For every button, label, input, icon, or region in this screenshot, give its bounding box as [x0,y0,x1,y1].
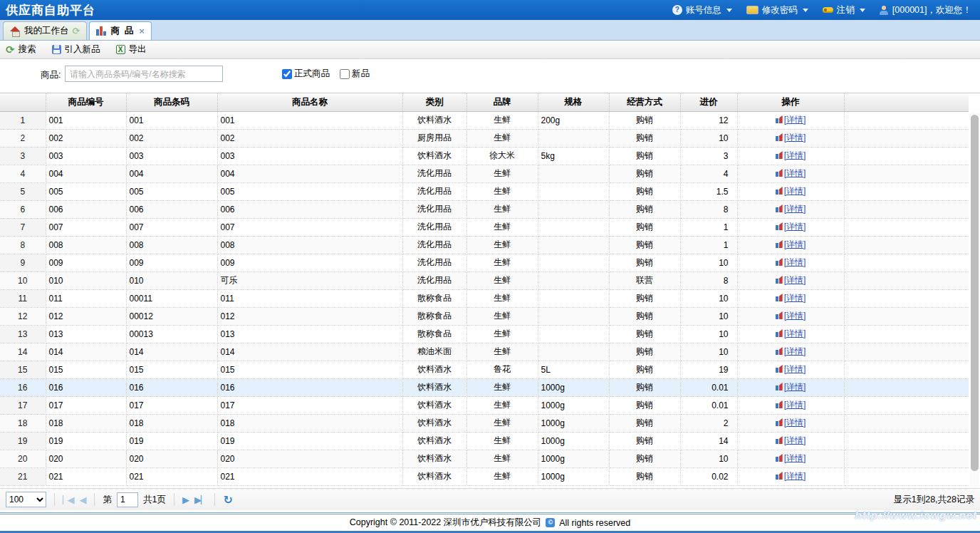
new-product-checkbox-input[interactable] [340,69,350,79]
col-product-code[interactable]: 商品编号 [46,93,126,111]
detail-link[interactable]: [详情] [784,400,806,410]
search-button[interactable]: ⟳ 搜索 [6,43,36,56]
col-mode[interactable]: 经营方式 [609,93,680,111]
pagination-bar: 100 ◀ ◀ 第 共1页 ▶ ▶ ↻ 显示1到28,共28记录 [0,488,980,510]
table-row[interactable]: 18018018018饮料酒水生鲜1000g购销2[详情] [0,414,969,432]
table-row[interactable]: 16016016016饮料酒水生鲜1000g购销0.01[详情] [0,378,969,396]
table-row[interactable]: 1201200012012散称食品生鲜购销10[详情] [0,307,969,325]
detail-link[interactable]: [详情] [784,168,806,178]
spec-cell [538,218,609,236]
row-number-cell: 5 [0,182,46,200]
table-row[interactable]: 8008008008洗化用品生鲜购销1[详情] [0,236,969,254]
table-row[interactable]: 19019019019饮料酒水生鲜1000g购销14[详情] [0,432,969,450]
close-icon[interactable]: × [139,26,145,36]
table-row[interactable]: 7007007007洗化用品生鲜购销1[详情] [0,218,969,236]
detail-link[interactable]: [详情] [784,328,806,338]
col-barcode[interactable]: 商品条码 [126,93,217,111]
table-row[interactable]: 17017017017饮料酒水生鲜1000g购销0.01[详情] [0,396,969,414]
detail-link[interactable]: [详情] [784,453,806,463]
product-search-input[interactable] [65,66,223,82]
chevron-down-icon [726,9,732,12]
new-product-checkbox[interactable]: 新品 [340,68,370,80]
filler-cell [844,396,969,414]
first-page-button[interactable]: ◀ [63,495,74,505]
refresh-icon[interactable]: ⟳ [73,27,80,36]
actions-cell: [详情] [737,165,844,182]
actions-cell: [详情] [737,147,844,165]
detail-link[interactable]: [详情] [784,186,806,196]
detail-link[interactable]: [详情] [784,364,806,374]
product-name-cell: 008 [217,236,402,254]
table-row[interactable]: 15015015015饮料酒水鲁花5L购销19[详情] [0,361,969,378]
table-row[interactable]: 20020020020饮料酒水生鲜1000g购销10[详情] [0,450,969,467]
detail-chart-icon [776,472,783,480]
table-row[interactable]: 1001001001饮料酒水生鲜200g购销12[详情] [0,111,969,129]
table-row[interactable]: 6006006006洗化用品生鲜购销8[详情] [0,200,969,218]
tab-products-label: 商 品 [110,25,133,37]
table-row[interactable]: 21021021021饮料酒水生鲜1000g购销0.02[详情] [0,467,969,485]
tab-workbench[interactable]: 我的工作台 ⟳ [3,21,87,40]
table-row[interactable]: 1101100011011散称食品生鲜购销10[详情] [0,289,969,307]
detail-link[interactable]: [详情] [784,311,806,321]
scrollbar-thumb[interactable] [971,115,979,471]
product-code-cell: 004 [46,165,126,182]
product-name-cell: 007 [217,218,402,236]
detail-link[interactable]: [详情] [784,418,806,428]
detail-link[interactable]: [详情] [784,257,806,267]
table-body: 1001001001饮料酒水生鲜200g购销12[详情]2002002002厨房… [0,111,969,485]
detail-link[interactable]: [详情] [784,150,806,160]
account-info-label: 账号信息 [686,4,721,16]
detail-link[interactable]: [详情] [784,275,806,285]
col-brand[interactable]: 品牌 [466,93,538,111]
official-product-checkbox[interactable]: 正式商品 [282,68,330,80]
spec-cell [538,271,609,289]
detail-link[interactable]: [详情] [784,435,806,445]
account-info-menu[interactable]: ? 账号信息 [672,4,732,16]
spec-cell [538,236,609,254]
next-page-button[interactable]: ▶ [182,495,189,505]
table-row[interactable]: 9009009009洗化用品生鲜购销10[详情] [0,254,969,271]
official-product-checkbox-input[interactable] [282,69,292,79]
import-new-product-button[interactable]: 引入新品 [52,43,100,56]
price-cell: 0.01 [680,396,737,414]
col-actions[interactable]: 操作 [737,93,844,111]
detail-link[interactable]: [详情] [784,471,806,481]
table-row[interactable]: 2002002002厨房用品生鲜购销10[详情] [0,129,969,147]
col-product-name[interactable]: 商品名称 [217,93,402,111]
export-button[interactable]: X 导出 [116,43,147,56]
key-icon [823,7,833,13]
table-row[interactable]: 10010010可乐洗化用品生鲜联营8[详情] [0,271,969,289]
col-spec[interactable]: 规格 [538,93,609,111]
detail-link[interactable]: [详情] [784,133,806,143]
mode-cell: 购销 [609,432,680,450]
detail-link[interactable]: [详情] [784,239,806,249]
table-row[interactable]: 3003003003饮料酒水徐大米5kg购销3[详情] [0,147,969,165]
detail-link[interactable]: [详情] [784,293,806,303]
table-row[interactable]: 14014014014粮油米面生鲜购销10[详情] [0,343,969,361]
vertical-scrollbar[interactable] [970,113,979,487]
table-row[interactable]: 4004004004洗化用品生鲜购销4[详情] [0,165,969,182]
tab-products[interactable]: 商 品 × [89,21,152,40]
table-row[interactable]: 1301300013013散称食品生鲜购销10[详情] [0,325,969,343]
change-password-menu[interactable]: 修改密码 [746,4,808,16]
brand-cell: 鲁花 [466,361,538,378]
logout-menu[interactable]: 注销 [823,4,865,16]
last-page-button[interactable]: ▶ [194,495,207,505]
page-size-select[interactable]: 100 [6,492,46,507]
detail-link[interactable]: [详情] [784,115,806,125]
detail-link[interactable]: [详情] [784,204,806,214]
rights-text: All rights reserved [559,518,630,528]
mode-cell: 购销 [609,129,680,147]
category-cell: 散称食品 [402,289,466,307]
col-price[interactable]: 进价 [680,93,737,111]
prev-page-button[interactable]: ◀ [79,495,86,505]
detail-chart-icon [776,347,783,355]
table-row[interactable]: 5005005005洗化用品生鲜购销1.5[详情] [0,182,969,200]
barcode-cell: 00013 [126,325,217,343]
page-number-input[interactable] [117,492,138,507]
col-category[interactable]: 类别 [402,93,466,111]
detail-link[interactable]: [详情] [784,222,806,232]
reload-icon[interactable]: ↻ [223,493,232,507]
detail-link[interactable]: [详情] [784,382,806,392]
detail-link[interactable]: [详情] [784,346,806,356]
